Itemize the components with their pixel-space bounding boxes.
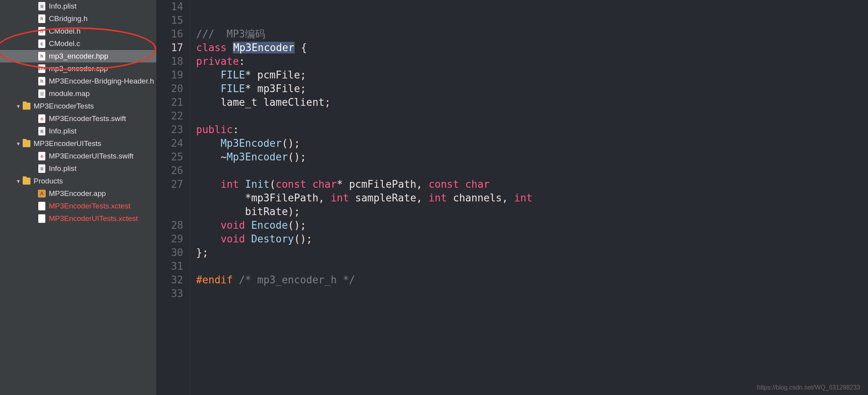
cpp-file-icon: c++ <box>38 64 46 73</box>
file-tree-item-12[interactable]: ⎋MP3EncoderUITests.swift <box>0 150 156 162</box>
file-tree-item-0[interactable]: ≣Info.plist <box>0 0 156 12</box>
code-line[interactable]: void Encode(); <box>196 219 868 232</box>
file-tree-item-label: MP3EncoderTests.swift <box>49 114 126 123</box>
file-tree-item-label: CModel.c <box>49 39 80 48</box>
code-line[interactable]: lame_t lameClient; <box>196 96 868 109</box>
file-tree-item-label: CBridging.h <box>49 14 88 23</box>
code-line[interactable]: }; <box>196 246 868 260</box>
code-line[interactable] <box>196 164 868 178</box>
code-line[interactable] <box>196 14 868 27</box>
code-line[interactable] <box>196 0 868 14</box>
plist-file-icon: ≣ <box>38 126 46 136</box>
file-tree-item-label: MP3Encoder-Bridging-Header.h <box>49 77 154 85</box>
code-line[interactable]: ~Mp3Encoder(); <box>196 150 868 164</box>
disclosure-triangle-icon <box>31 66 36 71</box>
file-tree-item-13[interactable]: ≣Info.plist <box>0 162 156 175</box>
line-number: 25 <box>156 150 183 164</box>
file-tree-item-2[interactable]: hCModel.h <box>0 25 156 37</box>
disclosure-triangle-icon <box>31 166 36 171</box>
line-number: 27 <box>156 178 183 191</box>
code-line[interactable]: public: <box>196 123 868 137</box>
code-line[interactable] <box>196 260 868 273</box>
h-file-icon: h <box>38 52 46 61</box>
code-line[interactable]: #endif /* mp3_encoder_h */ <box>196 273 868 287</box>
file-navigator[interactable]: ≣Info.plisthCBridging.hhCModel.hcCModel.… <box>0 0 156 395</box>
file-tree-item-7[interactable]: ☰module.map <box>0 87 156 100</box>
file-tree-item-5[interactable]: c++mp3_encoder.cpp <box>0 62 156 75</box>
code-line[interactable] <box>196 109 868 123</box>
file-tree-item-label: mp3_encoder.cpp <box>49 64 108 73</box>
disclosure-triangle-icon[interactable]: ▼ <box>16 103 21 109</box>
code-line[interactable]: int Init(const char* pcmFilePath, const … <box>196 178 868 191</box>
test-file-icon <box>38 214 46 223</box>
code-line[interactable]: FILE* pcmFile; <box>196 68 868 82</box>
file-tree-item-11[interactable]: ▼MP3EncoderUITests <box>0 137 156 150</box>
file-tree-item-1[interactable]: hCBridging.h <box>0 12 156 25</box>
file-tree-item-label: Info.plist <box>49 2 77 11</box>
line-number: 26 <box>156 164 183 178</box>
plist-file-icon: ≣ <box>38 164 46 173</box>
code-editor[interactable]: 1415161718192021222324252627282930313233… <box>156 0 868 395</box>
file-tree-item-17[interactable]: MP3EncoderUITests.xctest <box>0 212 156 225</box>
folder-file-icon <box>23 139 30 148</box>
file-tree-item-label: Products <box>34 177 63 185</box>
disclosure-triangle-icon <box>31 203 36 209</box>
file-tree-item-4[interactable]: hmp3_encoder.hpp <box>0 50 156 62</box>
file-tree-item-label: module.map <box>49 89 90 98</box>
code-line[interactable]: /// MP3编码 <box>196 27 868 41</box>
folder-file-icon <box>23 176 30 186</box>
line-number: 31 <box>156 260 183 273</box>
code-line[interactable]: class Mp3Encoder { <box>196 41 868 55</box>
disclosure-triangle-icon <box>31 28 36 34</box>
file-tree-item-15[interactable]: AMP3Encoder.app <box>0 187 156 200</box>
line-number: 14 <box>156 0 183 14</box>
code-line[interactable]: private: <box>196 55 868 68</box>
test-file-icon <box>38 201 46 211</box>
code-line[interactable]: Mp3Encoder(); <box>196 137 868 150</box>
folder-file-icon <box>23 101 30 111</box>
line-number: 30 <box>156 246 183 260</box>
code-line[interactable] <box>196 287 868 301</box>
swift-file-icon: ⎋ <box>38 114 46 123</box>
disclosure-triangle-icon <box>31 16 36 21</box>
plist-file-icon: ≣ <box>38 2 46 11</box>
disclosure-triangle-icon <box>31 128 36 134</box>
file-tree-item-label: MP3EncoderUITests.xctest <box>49 214 138 223</box>
file-tree-item-label: mp3_encoder.hpp <box>49 52 108 60</box>
disclosure-triangle-icon[interactable]: ▼ <box>16 141 21 146</box>
code-line[interactable]: *mp3FilePath, int sampleRate, int channe… <box>196 191 868 205</box>
file-tree-item-10[interactable]: ≣Info.plist <box>0 125 156 137</box>
h-file-icon: h <box>38 77 46 86</box>
line-number: 17 <box>156 41 183 55</box>
line-number: 28 <box>156 219 183 232</box>
file-tree-item-6[interactable]: hMP3Encoder-Bridging-Header.h <box>0 75 156 87</box>
line-number: 24 <box>156 137 183 150</box>
code-line[interactable]: FILE* mp3File; <box>196 82 868 96</box>
file-tree-item-8[interactable]: ▼MP3EncoderTests <box>0 100 156 112</box>
disclosure-triangle-icon <box>31 41 36 46</box>
file-tree-item-14[interactable]: ▼Products <box>0 175 156 187</box>
line-number: 29 <box>156 232 183 246</box>
code-line[interactable]: bitRate); <box>196 205 868 219</box>
line-number: 33 <box>156 287 183 301</box>
line-number: 15 <box>156 14 183 27</box>
line-number: 20 <box>156 82 183 96</box>
watermark: https://blog.csdn.net/WQ_631288233 <box>757 384 860 391</box>
file-tree-item-9[interactable]: ⎋MP3EncoderTests.swift <box>0 112 156 125</box>
line-number: 18 <box>156 55 183 68</box>
disclosure-triangle-icon[interactable]: ▼ <box>16 178 21 184</box>
line-number: 23 <box>156 123 183 137</box>
file-tree-item-3[interactable]: cCModel.c <box>0 37 156 50</box>
file-tree-item-16[interactable]: MP3EncoderTests.xctest <box>0 200 156 212</box>
line-number <box>156 191 183 205</box>
line-number <box>156 205 183 219</box>
file-tree-item-label: MP3EncoderUITests.swift <box>49 152 133 160</box>
swift-file-icon: ⎋ <box>38 151 46 161</box>
line-number: 19 <box>156 68 183 82</box>
line-number: 21 <box>156 96 183 109</box>
line-number-gutter: 1415161718192021222324252627282930313233 <box>156 0 191 395</box>
file-tree-item-label: MP3EncoderUITests <box>34 139 101 148</box>
code-area[interactable]: /// MP3编码class Mp3Encoder {private: FILE… <box>191 0 868 395</box>
code-line[interactable]: void Destory(); <box>196 232 868 246</box>
line-number: 32 <box>156 273 183 287</box>
